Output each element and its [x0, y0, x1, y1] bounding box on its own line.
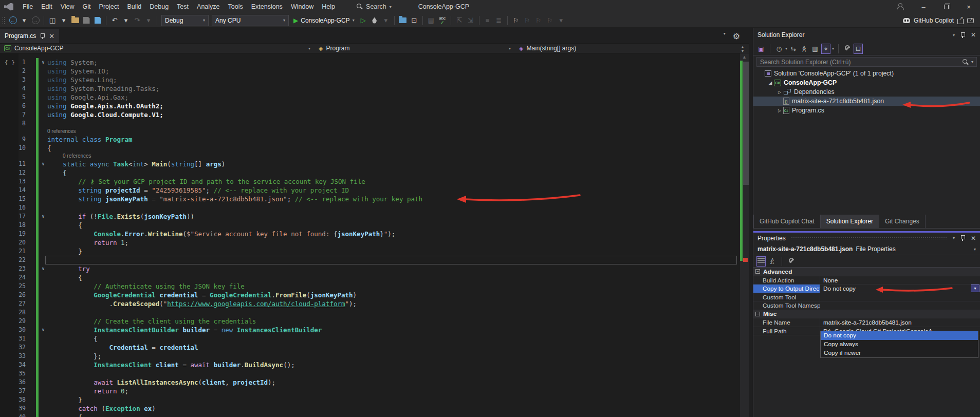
scrollbar-thumb[interactable] [743, 62, 749, 185]
code-line-29[interactable]: 29 // Create the client using the creden… [0, 317, 740, 326]
copy-to-output-dropdown-list[interactable]: Do not copyCopy alwaysCopy if newer [820, 331, 978, 358]
categorized-view-icon[interactable] [756, 256, 766, 267]
collapse-category-icon[interactable]: − [755, 269, 760, 274]
property-row-build-action[interactable]: Build ActionNone [753, 276, 980, 285]
split-window-icon[interactable]: ▴▾ [739, 45, 746, 53]
code-line-36[interactable]: 36 await ListAllInstancesAsync(client, p… [0, 378, 740, 387]
code-line-2[interactable]: 2using System.IO; [0, 67, 740, 75]
dropdown-option-copy-always[interactable]: Copy always [821, 340, 978, 349]
code-line-20[interactable]: 20 return 1; [0, 238, 740, 247]
code-line-24[interactable]: 24 { [0, 273, 740, 282]
document-tab-program-cs[interactable]: Program.cs ✕ [0, 29, 59, 43]
navigate-back-dropdown[interactable]: ▾ [19, 15, 29, 26]
menu-test[interactable]: Test [173, 3, 193, 10]
collapse-all-icon[interactable]: ≪ [800, 44, 809, 54]
save-button[interactable] [81, 15, 91, 26]
code-line-26[interactable]: 26 GoogleCredential credential = GoogleC… [0, 291, 740, 299]
solution-configuration-combo[interactable]: Debug▾ [161, 15, 209, 26]
properties-wrench-icon[interactable] [843, 44, 852, 54]
hot-reload-dropdown[interactable]: ▾ [381, 15, 391, 26]
code-line-38[interactable]: 38 } [0, 395, 740, 404]
fold-chevron-icon[interactable]: ∨ [40, 58, 47, 67]
menu-tools[interactable]: Tools [224, 3, 247, 10]
solution-platform-combo[interactable]: Any CPU▾ [212, 15, 289, 26]
close-panel-icon[interactable]: ✕ [971, 31, 976, 39]
menu-analyze[interactable]: Analyze [193, 3, 224, 10]
menu-view[interactable]: View [57, 3, 79, 10]
fold-chevron-icon[interactable]: ∨ [40, 326, 47, 334]
new-project-button[interactable]: ◫ [47, 15, 58, 26]
find-in-files-button[interactable] [398, 15, 408, 26]
tab-close-icon[interactable]: ✕ [49, 32, 54, 40]
property-row-file-name[interactable]: File Namematrix-site-a-721c8db5b481.json [753, 318, 980, 327]
property-label[interactable]: Custom Tool [753, 293, 820, 301]
switch-views-icon[interactable]: ▣ [756, 44, 766, 54]
code-line-10[interactable]: 10{ [0, 144, 740, 153]
property-row-custom-tool-namespace[interactable]: Custom Tool Namespace [753, 301, 980, 310]
panel-tab-git-changes[interactable]: Git Changes [879, 215, 926, 228]
properties-header[interactable]: Properties ▾ ✕ [753, 233, 980, 243]
code-line-27[interactable]: 27 .CreateScoped("https://www.googleapis… [0, 299, 740, 308]
filter-dropdown[interactable]: ▾ [785, 46, 787, 51]
auto-hide-pin-icon[interactable] [960, 32, 965, 38]
code-line-13[interactable]: 13 // ⚷ Set your GCP project ID and path… [0, 177, 740, 186]
code-line-31[interactable]: 31 { [0, 334, 740, 343]
property-label[interactable]: File Name [753, 318, 820, 327]
menu-help[interactable]: Help [318, 3, 339, 10]
spell-checker-button[interactable]: abc✓ [437, 15, 448, 26]
code-line-3[interactable]: 3using System.Linq; [0, 75, 740, 84]
code-line-14[interactable]: 14 string projectId = "242593619585"; //… [0, 186, 740, 195]
minimize-button[interactable]: – [912, 0, 935, 13]
alphabetical-sort-icon[interactable]: AZ↓ [768, 256, 777, 267]
property-value[interactable] [820, 301, 980, 310]
code-line-40[interactable]: 40 { [0, 413, 740, 417]
collapse-category-icon[interactable]: − [755, 312, 760, 316]
window-position-dropdown[interactable]: ▾ [953, 33, 955, 37]
code-line-32[interactable]: 32 Credential = credential [0, 343, 740, 352]
share-icon[interactable] [957, 19, 964, 24]
bookmarks-dropdown[interactable]: ▾ [556, 15, 566, 26]
github-copilot-badge[interactable]: GitHub Copilot [903, 13, 974, 28]
open-file-button[interactable] [70, 15, 80, 26]
breadcrumb-class[interactable]: ◈ Program ▾ [315, 44, 515, 53]
breadcrumb-member[interactable]: ◈ Main(string[] args) ▴▾ [515, 44, 749, 53]
panel-tab-solution-explorer[interactable]: Solution Explorer [821, 215, 879, 228]
code-line-37[interactable]: 37 return 0; [0, 387, 740, 395]
start-debugging-button[interactable]: ▶ ConsoleApp-GCP ▾ [290, 15, 358, 26]
redo-dropdown[interactable]: ▾ [143, 15, 154, 26]
code-line-33[interactable]: 33 }; [0, 352, 740, 361]
object-dropdown[interactable]: ▾ [974, 247, 976, 252]
property-label[interactable]: Custom Tool Namespace [753, 301, 820, 310]
navigate-forward-button[interactable]: → [30, 15, 41, 26]
new-project-dropdown[interactable]: ▾ [59, 15, 69, 26]
property-value[interactable] [820, 293, 980, 301]
dropdown-option-copy-if-newer[interactable]: Copy if newer [821, 349, 978, 357]
code-line-16[interactable]: 16 [0, 203, 740, 212]
cascade-windows-button[interactable]: ▤ [426, 15, 436, 26]
code-line-7[interactable]: 7using Google.Cloud.Compute.V1; [0, 110, 740, 119]
navigate-back-button[interactable]: ← [8, 15, 18, 26]
close-panel-icon[interactable]: ✕ [971, 235, 976, 242]
code-line-34[interactable]: 34 InstancesClient client = await builde… [0, 361, 740, 369]
property-value[interactable]: None [820, 276, 980, 285]
hot-reload-button[interactable] [369, 15, 380, 26]
property-row-custom-tool[interactable]: Custom Tool [753, 293, 980, 302]
code-line-18[interactable]: 18 { [0, 221, 740, 230]
toolbar-grip[interactable] [2, 16, 5, 25]
feedback-icon[interactable] [967, 18, 974, 23]
pending-changes-filter-icon[interactable]: ◷ [774, 44, 784, 54]
sync-with-active-document-icon[interactable]: ⌖ [821, 44, 830, 54]
menu-project[interactable]: Project [95, 3, 123, 10]
menu-debug[interactable]: Debug [145, 3, 173, 10]
code-line-30[interactable]: 30∨ InstancesClientBuilder builder = new… [0, 326, 740, 334]
dropdown-option-do-not-copy[interactable]: Do not copy [821, 331, 978, 340]
menu-extensions[interactable]: Extensions [247, 3, 287, 10]
codelens-references[interactable]: 0 references [0, 153, 740, 160]
breadcrumb-project[interactable]: C# ConsoleApp-GCP ▾ [0, 44, 315, 53]
code-line-8[interactable]: 8 [0, 119, 740, 128]
code-line-22[interactable]: 22 [0, 256, 740, 264]
property-label[interactable]: Build Action [753, 276, 820, 285]
fold-chevron-icon[interactable]: ∨ [40, 264, 47, 273]
redo-button[interactable]: ↷ [132, 15, 142, 26]
search-options-dropdown[interactable]: ▾ [971, 60, 973, 64]
